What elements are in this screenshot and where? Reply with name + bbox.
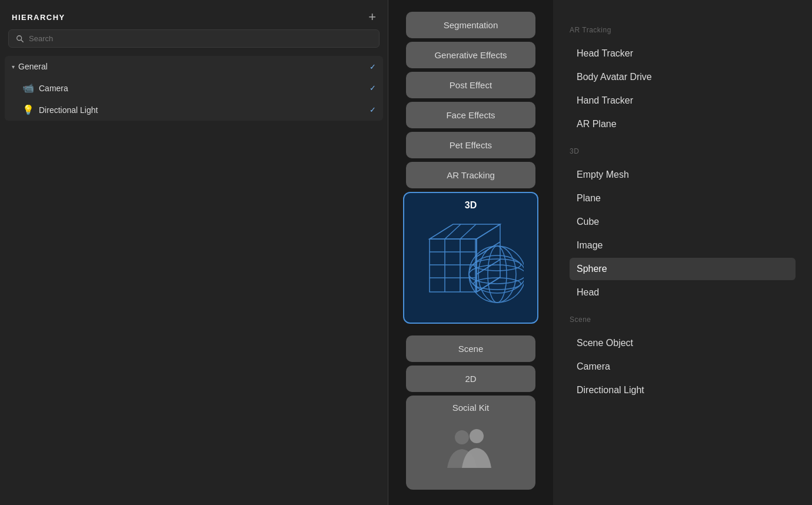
scene-group: Scene 2D Social Kit [406, 335, 535, 493]
tree-item-directional-light[interactable]: 💡 Directional Light ✓ [5, 99, 383, 121]
social-kit-svg [441, 427, 500, 474]
ar-tracking-section-title: AR Tracking [570, 26, 796, 34]
search-input[interactable] [29, 34, 372, 43]
svg-marker-3 [430, 224, 500, 239]
svg-point-21 [488, 246, 507, 303]
search-icon [16, 35, 24, 43]
svg-point-23 [455, 430, 469, 444]
menu-item-body-avatar-drive[interactable]: Body Avatar Drive [570, 66, 796, 88]
menu-item-image[interactable]: Image [570, 234, 796, 257]
hierarchy-header: HIERARCHY + [0, 0, 388, 29]
right-panel: AR Tracking Head Tracker Body Avatar Dri… [553, 0, 812, 505]
3d-section: 3D Empty Mesh Plane Cube Image Sphere He… [570, 147, 796, 304]
menu-item-camera[interactable]: Camera [570, 356, 796, 378]
hierarchy-panel: HIERARCHY + ▾ General ✓ 📹 Camera ✓ 💡 Dir… [0, 0, 388, 505]
3d-preview-svg [418, 221, 524, 315]
tree-item-camera[interactable]: 📹 Camera ✓ [5, 77, 383, 99]
menu-item-sphere[interactable]: Sphere [570, 258, 796, 280]
menu-item-plane[interactable]: Plane [570, 187, 796, 210]
camera-label: Camera [39, 84, 365, 93]
menu-item-scene-object[interactable]: Scene Object [570, 332, 796, 354]
tab-segmentation[interactable]: Segmentation [406, 12, 535, 38]
svg-point-22 [478, 246, 516, 303]
group-label: General [18, 62, 366, 71]
general-group: ▾ General ✓ 📹 Camera ✓ 💡 Directional Lig… [5, 56, 383, 121]
middle-panel: Segmentation Generative Effects Post Eff… [388, 0, 553, 505]
tab-scene[interactable]: Scene [406, 335, 535, 362]
ar-tracking-section: AR Tracking Head Tracker Body Avatar Dri… [570, 26, 796, 135]
camera-icon: 📹 [22, 82, 34, 94]
tab-2d[interactable]: 2D [406, 366, 535, 392]
social-kit-label: Social Kit [452, 396, 490, 416]
tab-generative-effects[interactable]: Generative Effects [406, 42, 535, 68]
menu-item-ar-plane[interactable]: AR Plane [570, 113, 796, 135]
menu-item-head-tracker[interactable]: Head Tracker [570, 42, 796, 65]
menu-item-head[interactable]: Head [570, 281, 796, 304]
search-bar [8, 29, 380, 48]
tab-ar-tracking[interactable]: AR Tracking [406, 162, 535, 188]
menu-item-directional-light[interactable]: Directional Light [570, 379, 796, 401]
svg-point-24 [470, 429, 484, 443]
tab-3d[interactable]: 3D [403, 192, 538, 324]
social-kit-icon [441, 416, 500, 490]
light-icon: 💡 [22, 104, 34, 115]
add-button[interactable]: + [368, 11, 376, 24]
3d-preview-canvas [404, 214, 537, 323]
svg-line-1 [21, 39, 24, 42]
general-group-header[interactable]: ▾ General ✓ [5, 56, 383, 77]
scene-section-title: Scene [570, 315, 796, 324]
hierarchy-tree: ▾ General ✓ 📹 Camera ✓ 💡 Directional Lig… [0, 56, 388, 121]
svg-line-11 [445, 224, 461, 239]
camera-check-icon: ✓ [370, 84, 376, 92]
group-check-icon: ✓ [370, 62, 376, 71]
svg-line-12 [460, 224, 476, 239]
tab-3d-label: 3D [465, 193, 477, 214]
tab-face-effects[interactable]: Face Effects [406, 102, 535, 128]
3d-section-title: 3D [570, 147, 796, 155]
chevron-down-icon: ▾ [12, 64, 15, 70]
tab-pet-effects[interactable]: Pet Effects [406, 132, 535, 158]
menu-item-hand-tracker[interactable]: Hand Tracker [570, 89, 796, 112]
tab-social-kit[interactable]: Social Kit [406, 396, 535, 490]
svg-rect-2 [430, 239, 477, 292]
hierarchy-title: HIERARCHY [12, 13, 65, 22]
scene-section: Scene Scene Object Camera Directional Li… [570, 315, 796, 401]
menu-item-cube[interactable]: Cube [570, 211, 796, 233]
directional-light-label: Directional Light [39, 105, 365, 115]
light-check-icon: ✓ [370, 105, 376, 114]
menu-item-empty-mesh[interactable]: Empty Mesh [570, 164, 796, 186]
tab-post-effect[interactable]: Post Effect [406, 72, 535, 98]
